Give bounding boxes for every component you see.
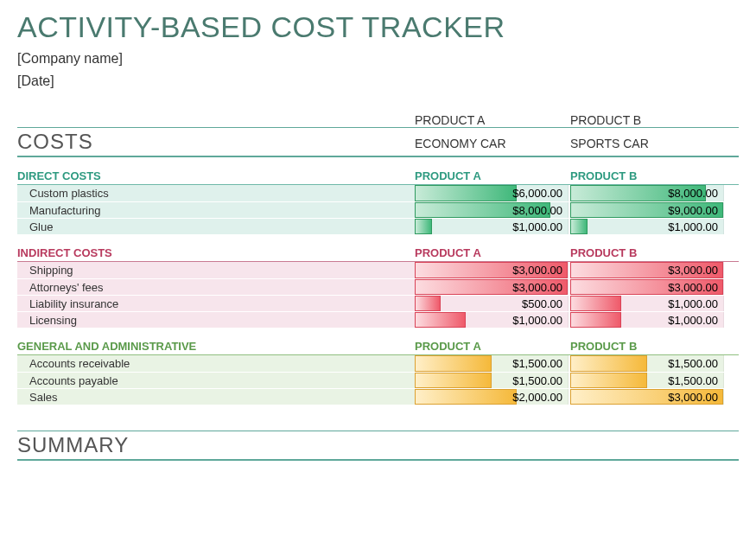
cost-value: $1,500.00 — [512, 355, 562, 372]
cost-cell-b[interactable]: $8,000.00 — [570, 185, 724, 201]
product-b-name[interactable]: SPORTS CAR — [570, 137, 726, 154]
data-bar — [570, 373, 647, 388]
cost-cell-a[interactable]: $500.00 — [415, 296, 569, 311]
data-bar — [570, 355, 647, 372]
table-row: Accounts payable$1,500.00$1,500.00 — [17, 372, 739, 388]
table-row: Licensing$1,000.00$1,000.00 — [17, 311, 739, 328]
cost-cell-a[interactable]: $1,000.00 — [415, 312, 569, 328]
ga-header: GENERAL AND ADMINISTRATIVEPRODUCT APRODU… — [17, 340, 739, 355]
cost-value: $8,000.00 — [512, 202, 562, 219]
cost-cell-b[interactable]: $1,000.00 — [570, 312, 724, 328]
ga-col-b-header: PRODUCT B — [570, 340, 726, 353]
cost-cell-b[interactable]: $1,000.00 — [570, 296, 724, 311]
date-placeholder[interactable]: [Date] — [17, 73, 739, 89]
summary-heading: SUMMARY — [17, 433, 739, 457]
cost-value: $3,000.00 — [512, 279, 562, 296]
cost-value: $6,000.00 — [512, 185, 562, 201]
costs-heading-row: COSTS ECONOMY CAR SPORTS CAR — [17, 130, 739, 157]
indirect-col-a-header: PRODUCT A — [415, 246, 570, 259]
cost-value: $1,500.00 — [668, 355, 718, 372]
row-label[interactable]: Accounts receivable — [17, 355, 415, 372]
data-bar — [415, 355, 492, 372]
cost-cell-a[interactable]: $6,000.00 — [415, 185, 569, 201]
data-bar — [415, 312, 466, 328]
cost-value: $3,000.00 — [668, 389, 718, 405]
row-label[interactable]: Sales — [17, 389, 415, 405]
table-row: Custom plastics$6,000.00$8,000.00 — [17, 185, 739, 201]
direct-title: DIRECT COSTS — [17, 169, 415, 182]
direct-col-b-header: PRODUCT B — [570, 169, 726, 182]
cost-value: $1,500.00 — [512, 373, 562, 389]
cost-value: $3,000.00 — [668, 262, 718, 278]
cost-cell-a[interactable]: $3,000.00 — [415, 262, 569, 278]
cost-value: $1,000.00 — [668, 296, 718, 312]
row-label[interactable]: Licensing — [17, 312, 415, 328]
cost-value: $2,000.00 — [512, 389, 562, 405]
row-label[interactable]: Custom plastics — [17, 185, 415, 201]
product-label-row: PRODUCT A PRODUCT B — [17, 113, 739, 128]
ga-title: GENERAL AND ADMINISTRATIVE — [17, 340, 415, 353]
page-title: ACTIVITY-BASED COST TRACKER — [17, 10, 739, 44]
cost-cell-a[interactable]: $1,500.00 — [415, 373, 569, 388]
data-bar — [570, 312, 621, 328]
summary-heading-row: SUMMARY — [17, 431, 739, 461]
costs-heading: COSTS — [17, 130, 415, 154]
product-a-name[interactable]: ECONOMY CAR — [415, 137, 570, 154]
cost-value: $1,000.00 — [668, 219, 718, 235]
table-row: Accounts receivable$1,500.00$1,500.00 — [17, 355, 739, 372]
direct-section: DIRECT COSTSPRODUCT APRODUCT BCustom pla… — [17, 169, 739, 234]
data-bar — [570, 296, 621, 311]
ga-col-a-header: PRODUCT A — [415, 340, 570, 353]
cost-cell-b[interactable]: $1,000.00 — [570, 219, 724, 234]
cost-value: $1,000.00 — [512, 219, 562, 235]
product-b-label: PRODUCT B — [570, 113, 726, 127]
data-bar — [415, 296, 441, 311]
indirect-header: INDIRECT COSTSPRODUCT APRODUCT B — [17, 246, 739, 262]
cost-value: $9,000.00 — [668, 202, 718, 219]
data-bar — [415, 219, 432, 234]
company-name-placeholder[interactable]: [Company name] — [17, 51, 739, 67]
table-row: Attorneys' fees$3,000.00$3,000.00 — [17, 278, 739, 295]
cost-cell-a[interactable]: $8,000.00 — [415, 202, 569, 218]
cost-value: $500.00 — [522, 296, 562, 312]
cost-cell-a[interactable]: $1,500.00 — [415, 355, 569, 372]
cost-cell-b[interactable]: $1,500.00 — [570, 373, 724, 388]
product-a-label: PRODUCT A — [415, 113, 570, 127]
ga-section: GENERAL AND ADMINISTRATIVEPRODUCT APRODU… — [17, 340, 739, 405]
cost-cell-a[interactable]: $2,000.00 — [415, 389, 569, 405]
cost-value: $8,000.00 — [668, 185, 718, 201]
cost-cell-b[interactable]: $3,000.00 — [570, 262, 724, 278]
table-row: Manufacturing$8,000.00$9,000.00 — [17, 201, 739, 218]
data-bar — [415, 373, 492, 388]
cost-value: $3,000.00 — [512, 262, 562, 278]
row-label[interactable]: Liability insurance — [17, 296, 415, 311]
row-label[interactable]: Attorneys' fees — [17, 279, 415, 295]
data-bar — [415, 389, 517, 405]
row-label[interactable]: Glue — [17, 219, 415, 234]
indirect-title: INDIRECT COSTS — [17, 246, 415, 259]
cost-value: $1,000.00 — [668, 312, 718, 329]
cost-cell-a[interactable]: $3,000.00 — [415, 279, 569, 295]
table-row: Glue$1,000.00$1,000.00 — [17, 218, 739, 234]
cost-cell-a[interactable]: $1,000.00 — [415, 219, 569, 234]
table-row: Shipping$3,000.00$3,000.00 — [17, 262, 739, 278]
data-bar — [415, 185, 517, 201]
direct-col-a-header: PRODUCT A — [415, 169, 570, 182]
cost-value: $3,000.00 — [668, 279, 718, 296]
row-label[interactable]: Shipping — [17, 262, 415, 278]
row-label[interactable]: Manufacturing — [17, 202, 415, 218]
data-bar — [570, 219, 588, 234]
cost-cell-b[interactable]: $9,000.00 — [570, 202, 724, 218]
table-row: Sales$2,000.00$3,000.00 — [17, 388, 739, 405]
cost-cell-b[interactable]: $3,000.00 — [570, 279, 724, 295]
table-row: Liability insurance$500.00$1,000.00 — [17, 295, 739, 311]
row-label[interactable]: Accounts payable — [17, 373, 415, 388]
cost-value: $1,500.00 — [668, 373, 718, 389]
cost-cell-b[interactable]: $3,000.00 — [570, 389, 724, 405]
direct-header: DIRECT COSTSPRODUCT APRODUCT B — [17, 169, 739, 185]
cost-cell-b[interactable]: $1,500.00 — [570, 355, 724, 372]
indirect-col-b-header: PRODUCT B — [570, 246, 726, 259]
cost-value: $1,000.00 — [512, 312, 562, 329]
indirect-section: INDIRECT COSTSPRODUCT APRODUCT BShipping… — [17, 246, 739, 328]
